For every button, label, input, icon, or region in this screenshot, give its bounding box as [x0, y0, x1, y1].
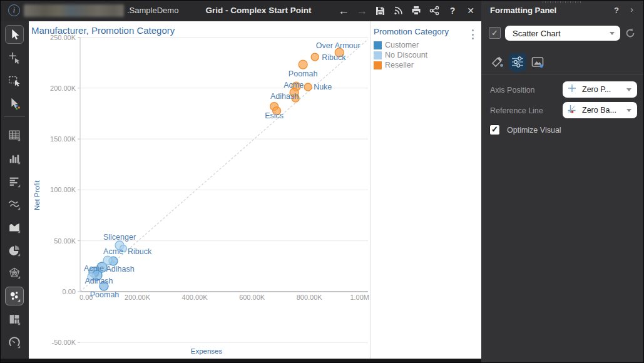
- app-label: .SampleDemo: [127, 0, 178, 21]
- chart-canvas: Manufacturer, Promotion Category 250.00K…: [29, 21, 481, 359]
- close-icon[interactable]: ✕: [465, 4, 476, 17]
- chevron-down-icon: [610, 32, 615, 35]
- chevron-down-icon: [626, 88, 631, 91]
- legend-swatch-reseller: [374, 61, 382, 69]
- multi-select-tool[interactable]: [5, 95, 24, 113]
- x-tick-label: 600.00K: [239, 294, 265, 301]
- share-icon[interactable]: [429, 4, 440, 17]
- panel-grip[interactable]: [543, 1, 583, 3]
- point-label: Adihash: [270, 92, 299, 101]
- optimize-visual-label: Optimize Visual: [507, 126, 561, 135]
- point-label: Nuke: [314, 83, 332, 91]
- pie-chart-tool[interactable]: [5, 241, 24, 260]
- scatter-plot: 250.00K200.00K150.00K100.00K50.00K0.00-5…: [29, 21, 481, 359]
- radar-chart-tool[interactable]: [5, 263, 24, 282]
- axis-position-dropdown[interactable]: Zero P...: [563, 81, 637, 98]
- report-title: Grid - Complex Start Point: [206, 0, 312, 21]
- x-axis-title: Expenses: [191, 347, 223, 355]
- panel-collapse-icon[interactable]: ›: [630, 4, 633, 14]
- save-icon[interactable]: [374, 4, 386, 17]
- point-label: Ribuck: [322, 53, 346, 62]
- y-tick-label: 150.00K: [50, 135, 76, 143]
- legend-item[interactable]: Customer: [374, 41, 419, 49]
- line-chart-tool[interactable]: [5, 195, 24, 213]
- toolbar-divider: [4, 116, 25, 117]
- point-label: Adihash: [84, 277, 113, 285]
- y-tick-label: 50.00K: [54, 237, 76, 245]
- legend-divider: [370, 21, 371, 359]
- point-label: Poomah: [90, 290, 120, 299]
- point-label: Acme: [103, 247, 123, 256]
- x-tick-label: 800.00K: [297, 294, 323, 301]
- tab-image[interactable]: [529, 53, 546, 71]
- reset-icon[interactable]: [624, 27, 636, 39]
- window-bottom-edge: [0, 359, 481, 363]
- point-label: Esics: [265, 111, 284, 120]
- optimize-visual-checkbox[interactable]: ✓: [489, 125, 500, 135]
- row-chart-tool[interactable]: [5, 172, 24, 191]
- point-label: Over Armour: [316, 41, 360, 50]
- point-label: Acme: [84, 264, 104, 273]
- point-label: Adihash: [106, 265, 134, 274]
- treemap-tool[interactable]: [5, 310, 24, 329]
- y-tick-label: 250.00K: [50, 34, 76, 41]
- y-axis-title: Net Profit: [33, 180, 41, 210]
- y-tick-label: 200.00K: [50, 84, 76, 92]
- axis-position-label: Axis Position: [490, 86, 535, 95]
- tab-axis-settings[interactable]: [509, 53, 526, 71]
- back-button[interactable]: ←: [338, 4, 349, 17]
- area-chart-tool[interactable]: [5, 218, 24, 237]
- reference-line-label: Reference Line: [490, 106, 543, 115]
- x-tick-label: 200.00K: [125, 294, 151, 301]
- y-tick-label: 100.00K: [50, 186, 76, 193]
- legend-swatch-no-discount: [374, 51, 382, 59]
- scatter-point[interactable]: [103, 256, 112, 265]
- forward-button[interactable]: →: [356, 4, 367, 17]
- scatter-point[interactable]: [299, 60, 307, 69]
- point-label: Poomah: [289, 69, 318, 78]
- point-label: Slicenger: [103, 233, 136, 242]
- scatter-point[interactable]: [304, 83, 312, 91]
- legend-menu-icon[interactable]: [472, 29, 474, 39]
- gauge-tool[interactable]: [5, 333, 24, 352]
- chart-type-checkbox[interactable]: ✓: [489, 27, 501, 39]
- legend-swatch-customer: [374, 41, 382, 49]
- point-label: Ribuck: [128, 247, 152, 256]
- chevron-down-icon: [626, 109, 631, 112]
- print-icon[interactable]: [411, 4, 422, 17]
- reference-line-dropdown[interactable]: Zero Ba...: [563, 102, 637, 118]
- y-tick-label: -50.00K: [51, 339, 76, 346]
- bar-chart-tool[interactable]: [5, 149, 24, 168]
- legend-item[interactable]: No Discount: [374, 51, 427, 59]
- panel-title: Formatting Panel: [490, 6, 556, 15]
- panel-divider: [481, 74, 644, 74]
- chart-type-dropdown[interactable]: Scatter Chart: [505, 26, 620, 41]
- x-tick-label: 400.00K: [182, 294, 208, 301]
- y-tick-label: 0.00: [63, 288, 76, 295]
- top-bar: i .SampleDemo Grid - Complex Start Point…: [0, 0, 481, 21]
- info-icon[interactable]: i: [8, 4, 20, 16]
- formatting-panel: Formatting Panel ? › ✓ Scatter Chart Axi…: [481, 0, 644, 363]
- scatter-point[interactable]: [311, 53, 319, 61]
- legend-title: Promotion Category: [374, 27, 449, 36]
- help-icon[interactable]: ?: [447, 4, 458, 17]
- select-tool[interactable]: [5, 25, 24, 44]
- tab-style[interactable]: [489, 53, 506, 71]
- add-element-tool[interactable]: [5, 48, 24, 67]
- scatter-chart-tool[interactable]: [5, 287, 24, 305]
- grid-tool[interactable]: [5, 126, 24, 145]
- reference-line-icon: [567, 104, 577, 116]
- subscribe-rss-icon[interactable]: [392, 4, 404, 17]
- legend-item[interactable]: Reseller: [374, 61, 414, 69]
- marquee-select-tool[interactable]: [5, 71, 24, 90]
- redacted-text: [24, 4, 124, 17]
- point-label: Acme: [284, 81, 304, 89]
- x-tick-label: 1.00M: [350, 294, 369, 301]
- left-toolbar: [0, 21, 29, 359]
- panel-help-icon[interactable]: ?: [614, 6, 619, 15]
- axis-position-icon: [567, 83, 577, 96]
